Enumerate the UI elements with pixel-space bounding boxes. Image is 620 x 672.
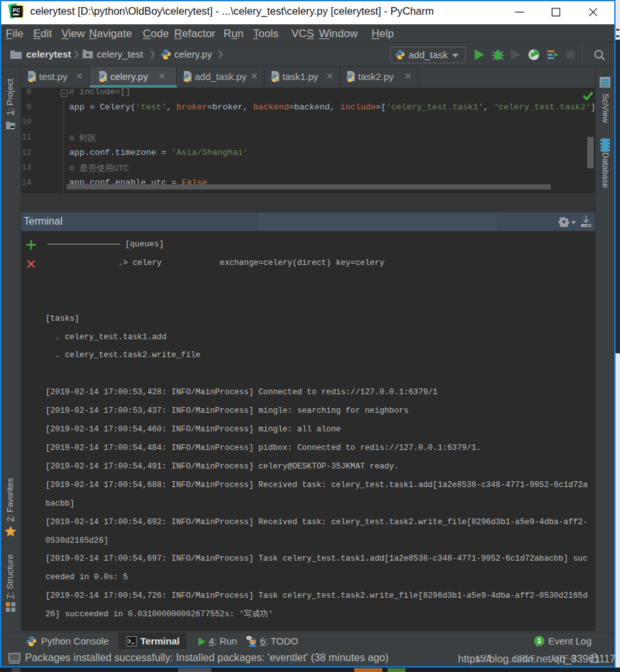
svg-text:1: 1 [537, 637, 541, 644]
svg-text:PC: PC [13, 7, 20, 13]
